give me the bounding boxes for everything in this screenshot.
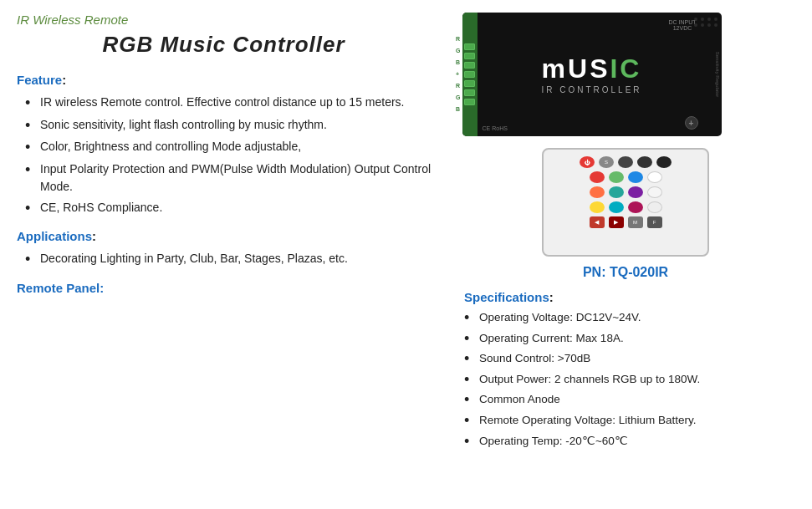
page-container: IR Wireless Remote RGB Music Controller … — [0, 0, 812, 509]
remote-btn-orange — [590, 186, 605, 198]
spec-list: • Operating Voltage: DC12V~24V. • Operat… — [464, 309, 795, 450]
list-item: • CE, RoHS Compliance. — [25, 199, 431, 218]
remote-btn-dark1 — [618, 156, 633, 168]
list-item: • Color, Brightness and controlling Mode… — [25, 138, 431, 157]
controller-body: mUSIC IR CONTROLLER DC INPUT 12VDC — [462, 13, 722, 136]
controller-center: mUSIC IR CONTROLLER — [541, 55, 641, 94]
spec-item-5: Common Anode — [479, 391, 560, 408]
connector-pin — [464, 89, 475, 96]
remote-btn-white — [647, 171, 662, 183]
list-item: • Operating Temp: -20℃~60℃ — [464, 433, 795, 451]
list-item: • Sound Control: >70dB — [464, 350, 795, 369]
applications-list: • Decorating Lighting in Party, Club, Ba… — [25, 250, 431, 269]
remote-btn-nav2: ▶ — [609, 216, 624, 228]
ce-rohs-label: CE RoHS — [483, 125, 508, 131]
remote-btn-pink — [628, 201, 643, 213]
bullet-icon: • — [25, 161, 37, 180]
bullet-icon: • — [25, 139, 37, 157]
connector-pin — [464, 71, 475, 78]
applications-heading: Applications: — [17, 229, 431, 243]
bullet-icon: • — [25, 94, 37, 113]
bullet-icon: • — [25, 117, 37, 135]
remote-btn-nav4: F — [647, 216, 662, 228]
application-item-1: Decorating Lighting in Party, Club, Bar,… — [40, 250, 431, 267]
remote-btn-teal — [609, 186, 624, 198]
remote-btn-nav3: M — [628, 216, 643, 228]
feature-list: • IR wireless Remote control. Effective … — [25, 94, 431, 217]
connector-pin — [464, 43, 475, 50]
remote-btn-light — [647, 186, 662, 198]
spec-item-1: Operating Voltage: DC12V~24V. — [479, 309, 641, 326]
product-title: RGB Music Controller — [17, 32, 431, 58]
remote-row-2 — [550, 171, 701, 183]
left-connector-block — [462, 13, 477, 136]
bullet-icon: • — [464, 433, 476, 451]
dot — [707, 23, 711, 27]
connector-pin — [464, 99, 475, 105]
specifications-heading: Specifications: — [464, 290, 795, 304]
spec-item-2: Operating Current: Max 18A. — [479, 330, 624, 347]
plus-connector: + — [685, 116, 698, 130]
dot — [707, 18, 711, 21]
dc-input-label: DC INPUT 12VDC — [668, 19, 696, 31]
dot — [701, 23, 704, 27]
remote-btn-red — [590, 171, 605, 183]
list-item: • Decorating Lighting in Party, Club, Ba… — [25, 250, 431, 269]
remote-row-3 — [550, 186, 701, 198]
remote-btn-dark2 — [637, 156, 652, 168]
remote-image: ⏻ S — [542, 148, 709, 257]
remote-row-5: ◀ ▶ M F — [550, 216, 701, 228]
left-column: IR Wireless Remote RGB Music Controller … — [17, 8, 447, 501]
list-item: • Common Anode — [464, 391, 795, 410]
remote-btn-power: ⏻ — [580, 156, 595, 168]
bullet-icon: • — [464, 412, 476, 430]
page-title: IR Wireless Remote — [17, 13, 431, 27]
feature-item-5: CE, RoHS Compliance. — [40, 199, 431, 216]
bullet-icon: • — [25, 251, 37, 269]
connector-pin — [464, 62, 475, 69]
right-column: R G B + R G B — [447, 8, 795, 501]
controller-image-wrapper: R G B + R G B — [456, 13, 795, 136]
spec-item-7: Operating Temp: -20℃~60℃ — [479, 433, 628, 450]
remote-row-1: ⏻ S — [550, 156, 701, 168]
list-item: • IR wireless Remote control. Effective … — [25, 94, 431, 113]
dot — [694, 18, 697, 21]
remote-panel-heading: Remote Panel: — [17, 281, 431, 295]
feature-item-2: Sonic sensitivity, light flash controlli… — [40, 116, 431, 134]
list-item: • Remote Operating Voltage: Lithium Batt… — [464, 412, 795, 430]
remote-btn-nav1: ◀ — [590, 216, 605, 228]
list-item: • Sonic sensitivity, light flash control… — [25, 116, 431, 135]
remote-btn-cyan — [609, 201, 624, 213]
dot — [701, 18, 704, 21]
connector-pin — [464, 80, 475, 87]
list-item: • Output Power: 2 channels RGB up to 180… — [464, 371, 795, 389]
remote-btn-green — [609, 171, 624, 183]
remote-btn-purple — [628, 186, 643, 198]
list-item: • Operating Current: Max 18A. — [464, 330, 795, 349]
wire-labels: R G B + R G B — [456, 33, 460, 115]
feature-item-3: Color, Brightness and controlling Mode a… — [40, 138, 431, 155]
bullet-icon: • — [464, 309, 476, 328]
remote-btn-s: S — [599, 156, 614, 168]
list-item: • Input Polarity Protection and PWM(Puls… — [25, 160, 431, 196]
bullet-icon: • — [25, 200, 37, 218]
dot — [714, 23, 718, 27]
connector-pin — [464, 53, 475, 59]
bullet-icon: • — [464, 330, 476, 349]
ir-controller-label: IR CONTROLLER — [541, 85, 641, 94]
dot-grid — [694, 18, 718, 27]
feature-item-1: IR wireless Remote control. Effective co… — [40, 94, 431, 111]
remote-btn-dark3 — [656, 156, 672, 168]
spec-item-3: Sound Control: >70dB — [479, 350, 590, 367]
bullet-icon: • — [464, 350, 476, 369]
bullet-icon: • — [464, 371, 476, 389]
specifications-section: Specifications: • Operating Voltage: DC1… — [456, 290, 795, 453]
sensitivity-label: Sensitivity Regulator — [715, 52, 720, 98]
list-item: • Operating Voltage: DC12V~24V. — [464, 309, 795, 328]
spec-item-4: Output Power: 2 channels RGB up to 180W. — [479, 371, 700, 388]
feature-item-4: Input Polarity Protection and PWM(Pulse … — [40, 160, 431, 196]
brand-logo: mUSIC — [541, 55, 641, 82]
remote-btn-white2 — [647, 201, 662, 213]
dot — [714, 18, 718, 21]
remote-btn-blue — [628, 171, 643, 183]
